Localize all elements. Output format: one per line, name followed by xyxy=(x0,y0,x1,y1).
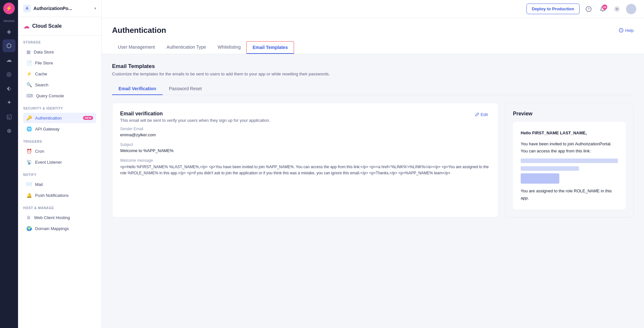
subject-field: Subject Welcome to %APP_NAME% xyxy=(120,142,490,153)
query-console-label: Query Console xyxy=(36,93,93,98)
tab-authentication-type[interactable]: Authentication Type xyxy=(161,41,212,54)
app-icon: A xyxy=(23,5,31,12)
sidebar-item-push-notifications[interactable]: 🔔 Push Notifications xyxy=(23,190,96,200)
triggers-section-label: TRIGGERS xyxy=(23,140,96,143)
page-title: Authentication xyxy=(112,26,166,35)
icon-rail: ⚡ Services ◈ ⬡ ☁ ◎ ⬖ ✦ ◱ ⊕ xyxy=(0,0,18,328)
rail-icon-1[interactable]: ◈ xyxy=(3,25,15,38)
security-section-label: SECURITY & IDENTITY xyxy=(23,107,96,110)
email-panels: Email verification This email will be se… xyxy=(112,103,634,217)
welcome-message-field: Welcome message <p>Hello %FIRST_NAME% %L… xyxy=(120,158,490,176)
preview-greeting: Hello FIRST_NAME LAST_NAME, xyxy=(521,130,618,137)
event-listener-icon: 📡 xyxy=(26,159,32,165)
domain-mappings-icon: 🌍 xyxy=(26,226,32,231)
subtab-email-verification[interactable]: Email Verification xyxy=(112,83,163,95)
datastore-label: Data Store xyxy=(34,50,93,54)
domain-mappings-label: Domain Mappings xyxy=(35,226,93,231)
sidebar-app-header[interactable]: A AuthorizationPo... ▾ xyxy=(18,0,101,17)
services-label: Services xyxy=(4,19,15,23)
rail-icon-7[interactable]: ◱ xyxy=(3,110,15,123)
storage-section: STORAGE ▦ Data Store 📄 File Store ⚡ Cach… xyxy=(18,35,101,101)
sidebar-item-domain-mappings[interactable]: 🌍 Domain Mappings xyxy=(23,223,96,234)
page-body: Email Templates Customize the templates … xyxy=(102,54,644,227)
subject-label: Subject xyxy=(120,142,490,147)
sidebar-item-authentication[interactable]: 🔑 Authentication NEW xyxy=(23,113,96,123)
rail-icon-6[interactable]: ✦ xyxy=(3,96,15,109)
event-listener-label: Event Listener xyxy=(35,160,93,165)
email-templates-section-title: Email Templates xyxy=(112,63,634,70)
push-notifications-icon: 🔔 xyxy=(26,193,32,198)
datastore-icon: ▦ xyxy=(26,49,31,54)
page-header: Authentication ? Help User Management Au… xyxy=(102,18,644,54)
query-console-icon: ⌨ xyxy=(26,93,33,98)
sidebar-item-filestore[interactable]: 📄 File Store xyxy=(23,58,96,68)
api-gateway-label: API Gateway xyxy=(35,127,93,131)
sender-email-value: emma@zylker.com xyxy=(120,132,490,137)
welcome-message-value: <p>Hello %FIRST_NAME% %LAST_NAME%,</p> <… xyxy=(120,164,490,176)
sidebar-item-mail[interactable]: ✉️ Mail xyxy=(23,179,96,189)
preview-line1: You have been invited to join Authorizat… xyxy=(521,140,618,155)
web-client-hosting-label: Web Client Hosting xyxy=(34,215,93,220)
rail-icon-3[interactable]: ☁ xyxy=(3,53,15,66)
tab-user-management[interactable]: User Management xyxy=(112,41,161,54)
content-area: Authentication ? Help User Management Au… xyxy=(102,18,644,328)
svg-point-5 xyxy=(616,8,618,10)
cron-label: Cron xyxy=(35,149,93,154)
preview-button-placeholder xyxy=(521,173,559,184)
svg-text:?: ? xyxy=(588,7,590,11)
help-link[interactable]: ? Help xyxy=(619,28,634,33)
sidebar-item-web-client-hosting[interactable]: 🖥 Web Client Hosting xyxy=(23,212,96,223)
sidebar-item-api-gateway[interactable]: 🌐 API Gateway xyxy=(23,124,96,134)
sidebar-item-query-console[interactable]: ⌨ Query Console xyxy=(23,91,96,101)
rail-icon-5[interactable]: ⬖ xyxy=(3,82,15,95)
rail-icon-8[interactable]: ⊕ xyxy=(3,124,15,137)
subtab-password-reset[interactable]: Password Reset xyxy=(163,83,208,95)
authentication-label: Authentication xyxy=(35,116,80,121)
tab-whitelisting[interactable]: Whitelisting xyxy=(212,41,247,54)
triggers-section: TRIGGERS ⏰ Cron 📡 Event Listener xyxy=(18,135,101,168)
edit-button[interactable]: Edit xyxy=(472,111,490,118)
page-tabs: User Management Authentication Type Whit… xyxy=(112,41,634,54)
rail-icon-4[interactable]: ◎ xyxy=(3,68,15,81)
cloud-icon: ☁ xyxy=(23,22,30,30)
sidebar-item-datastore[interactable]: ▦ Data Store xyxy=(23,47,96,57)
email-editor-panel: Email verification This email will be se… xyxy=(112,103,498,217)
sender-email-field: Sender Email emma@zylker.com xyxy=(120,127,490,137)
svg-text:?: ? xyxy=(620,29,622,32)
preview-content: Hello FIRST_NAME LAST_NAME, You have bee… xyxy=(513,122,626,209)
authentication-new-badge: NEW xyxy=(83,116,93,120)
mail-label: Mail xyxy=(35,182,93,187)
notifications-button[interactable]: 24 xyxy=(598,4,608,14)
edit-label: Edit xyxy=(481,112,488,117)
sidebar-item-cron[interactable]: ⏰ Cron xyxy=(23,146,96,156)
tab-email-templates[interactable]: Email Templates xyxy=(246,41,294,54)
preview-line2: You are assigned to the role ROLE_NAME i… xyxy=(521,188,618,202)
notification-count-badge: 24 xyxy=(602,5,607,10)
host-manage-section-label: HOST & MANAGE xyxy=(23,206,96,210)
notify-section: NOTIFY ✉️ Mail 🔔 Push Notifications xyxy=(18,168,101,201)
cache-label: Cache xyxy=(35,72,93,76)
deploy-to-production-button[interactable]: Deploy to Production xyxy=(526,4,580,14)
help-button[interactable]: ? xyxy=(583,4,594,14)
chevron-down-icon: ▾ xyxy=(94,6,96,11)
settings-button[interactable] xyxy=(612,4,622,14)
user-avatar[interactable] xyxy=(626,4,636,14)
brand-name: Cloud Scale xyxy=(32,23,62,29)
rail-icon-2[interactable]: ⬡ xyxy=(3,39,15,52)
sidebar-item-cache[interactable]: ⚡ Cache xyxy=(23,69,96,79)
app-logo[interactable]: ⚡ xyxy=(3,3,15,14)
sidebar-item-event-listener[interactable]: 📡 Event Listener xyxy=(23,157,96,167)
cron-icon: ⏰ xyxy=(26,149,32,154)
authentication-icon: 🔑 xyxy=(26,115,32,121)
email-panel-desc: This email will be sent to verify your u… xyxy=(120,118,270,123)
preview-link-placeholder-2 xyxy=(521,166,579,171)
mail-icon: ✉️ xyxy=(26,182,32,187)
main-content: Deploy to Production ? 24 Authentication… xyxy=(102,0,644,328)
search-label: Search xyxy=(35,82,93,87)
sub-tabs: Email Verification Password Reset xyxy=(112,83,634,95)
sidebar-item-search[interactable]: 🔍 Search xyxy=(23,80,96,90)
app-name: AuthorizationPo... xyxy=(33,6,92,11)
sidebar-brand: ☁ Cloud Scale xyxy=(18,17,101,35)
filestore-icon: 📄 xyxy=(26,60,32,65)
topbar: Deploy to Production ? 24 xyxy=(102,0,644,18)
